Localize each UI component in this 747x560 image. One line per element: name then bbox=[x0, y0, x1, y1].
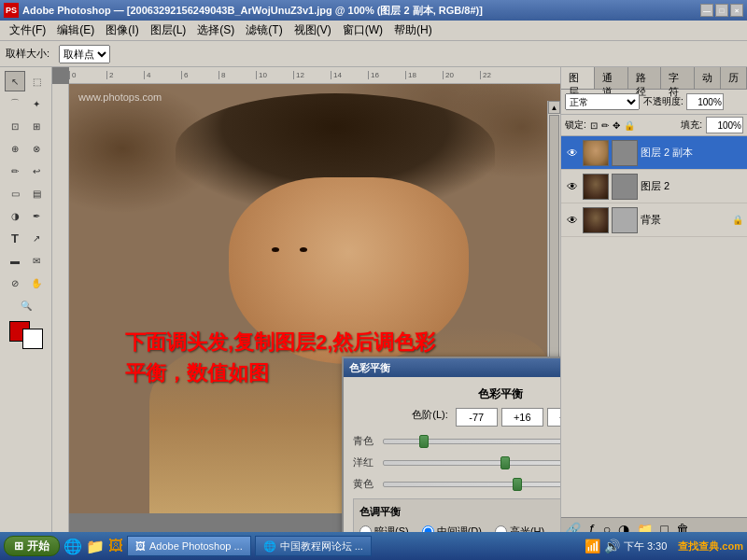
layer-item-2[interactable]: 👁 图层 2 bbox=[561, 170, 747, 203]
path-select-tool[interactable]: ↗ bbox=[26, 228, 47, 248]
tab-channels[interactable]: 通道 bbox=[595, 67, 628, 89]
yellow-label: 黄色 bbox=[353, 477, 379, 491]
lock-all-icon[interactable]: 🔒 bbox=[624, 120, 635, 131]
move-tool[interactable]: ↖ bbox=[5, 71, 25, 91]
eraser-tool[interactable]: ▭ bbox=[5, 183, 25, 203]
fill-input[interactable] bbox=[706, 117, 743, 133]
menu-file[interactable]: 文件(F) bbox=[4, 21, 51, 40]
levels-label: 色阶(L): bbox=[412, 408, 448, 427]
main-area: ↖ ⬚ ⌒ ✦ ⊡ ⊞ ⊕ ⊗ ✏ ↩ ▭ ▤ ◑ ✒ T ↗ bbox=[0, 67, 747, 539]
minimize-button[interactable]: — bbox=[700, 4, 713, 17]
notes-tool[interactable]: ✉ bbox=[26, 250, 47, 271]
taskbar-ps-icon[interactable]: 🖼 bbox=[108, 538, 123, 554]
gradient-tool[interactable]: ▤ bbox=[26, 183, 47, 203]
magic-wand-tool[interactable]: ✦ bbox=[26, 93, 47, 114]
menu-window[interactable]: 窗口(W) bbox=[337, 21, 388, 40]
level-input-1[interactable] bbox=[456, 408, 498, 427]
maximize-button[interactable]: □ bbox=[715, 4, 728, 17]
tab-layers[interactable]: 图层 bbox=[561, 67, 595, 89]
background-color[interactable] bbox=[22, 329, 43, 349]
tool-group-patch: ⊕ ⊗ bbox=[5, 138, 47, 159]
crop-tool[interactable]: ⊡ bbox=[5, 116, 25, 136]
taskbar-ie-icon[interactable]: 🌐 bbox=[63, 538, 82, 555]
cyan-red-thumb[interactable] bbox=[419, 435, 429, 448]
tab-actions[interactable]: 动 bbox=[695, 67, 721, 89]
brush-tool[interactable]: ✏ bbox=[5, 161, 25, 181]
marquee-tool[interactable]: ⬚ bbox=[26, 71, 47, 91]
layer-visibility-icon-bg[interactable]: 👁 bbox=[565, 214, 580, 227]
layer-item-bg[interactable]: 👁 背景 🔒 bbox=[561, 203, 747, 237]
lock-position-icon[interactable]: ✥ bbox=[613, 120, 620, 131]
tool-group-eraser: ▭ ▤ bbox=[5, 183, 47, 203]
layers-list: 👁 图层 2 副本 👁 图层 2 👁 bbox=[561, 136, 747, 517]
layer-item-copy[interactable]: 👁 图层 2 副本 bbox=[561, 136, 747, 170]
system-tray: 📶 🔊 下午 3:30 查找查典.com bbox=[585, 539, 743, 553]
panel-tabs: 图层 通道 路径 字符 动 历 bbox=[561, 67, 747, 90]
sample-size-select[interactable]: 取样点 bbox=[59, 45, 110, 63]
hand-tool[interactable]: ✋ bbox=[26, 273, 47, 293]
menu-filter[interactable]: 滤镜(T) bbox=[240, 21, 288, 40]
magenta-label: 洋红 bbox=[353, 455, 379, 469]
layer-lock-icon: 🔒 bbox=[732, 215, 743, 225]
menu-layer[interactable]: 图层(L) bbox=[145, 21, 192, 40]
color-balance-dialog: 色彩平衡 × 色彩平衡 色阶(L): 青色 红色 bbox=[342, 357, 560, 539]
menu-help[interactable]: 帮助(H) bbox=[388, 21, 438, 40]
magenta-green-track[interactable] bbox=[383, 460, 560, 466]
start-button[interactable]: ⊞ 开始 bbox=[4, 536, 60, 556]
dialog-body: 色彩平衡 色阶(L): 青色 红色 洋红 bbox=[344, 377, 560, 539]
pen-tool[interactable]: ✒ bbox=[26, 205, 47, 226]
blend-mode-select[interactable]: 正常 bbox=[565, 93, 640, 110]
layer-visibility-icon-2[interactable]: 👁 bbox=[565, 180, 580, 193]
start-label: 开始 bbox=[27, 539, 49, 554]
cyan-red-track[interactable] bbox=[383, 439, 560, 444]
dialog-title-bar[interactable]: 色彩平衡 × bbox=[344, 358, 560, 377]
healing-tool[interactable]: ⊕ bbox=[5, 138, 25, 159]
taskbar-forum-item[interactable]: 🌐 中国教程网论坛 ... bbox=[255, 536, 372, 556]
lock-transparency-icon[interactable]: ⊡ bbox=[590, 120, 598, 131]
tone-section-title: 色调平衡 bbox=[359, 505, 560, 519]
app-icon: PS bbox=[4, 3, 19, 18]
menu-select[interactable]: 选择(S) bbox=[191, 21, 240, 40]
tab-type[interactable]: 字符 bbox=[661, 67, 695, 89]
stamp-tool[interactable]: ⊗ bbox=[26, 138, 47, 159]
level-input-3[interactable] bbox=[547, 408, 560, 427]
lock-paint-icon[interactable]: ✏ bbox=[601, 120, 609, 131]
eyedropper-tool[interactable]: ⊘ bbox=[5, 273, 25, 293]
menu-view[interactable]: 视图(V) bbox=[289, 21, 337, 40]
color-picker[interactable] bbox=[9, 321, 43, 349]
close-button[interactable]: × bbox=[730, 4, 743, 17]
tool-group-crop: ⊡ ⊞ bbox=[5, 116, 47, 136]
taskbar-photoshop-item[interactable]: 🖼 Adobe Photoshop ... bbox=[127, 536, 251, 556]
lasso-tool[interactable]: ⌒ bbox=[5, 93, 25, 114]
tool-group-brush: ✏ ↩ bbox=[5, 161, 47, 181]
window-title: Adobe Photoshop — [20063292156249043B_Ar… bbox=[22, 4, 700, 18]
sample-size-label: 取样大小: bbox=[6, 47, 49, 61]
yellow-blue-track[interactable] bbox=[383, 482, 560, 487]
menu-image[interactable]: 图像(I) bbox=[100, 21, 144, 40]
tab-history[interactable]: 历 bbox=[721, 67, 747, 89]
dodge-tool[interactable]: ◑ bbox=[5, 205, 25, 226]
window-controls[interactable]: — □ × bbox=[700, 4, 743, 17]
history-brush-tool[interactable]: ↩ bbox=[26, 161, 47, 181]
tool-group-lasso: ⌒ ✦ bbox=[5, 93, 47, 114]
level-input-2[interactable] bbox=[501, 408, 543, 427]
scroll-up-button[interactable]: ▲ bbox=[548, 101, 560, 114]
type-tool[interactable]: T bbox=[5, 228, 25, 248]
menu-edit[interactable]: 编辑(E) bbox=[51, 21, 100, 40]
tool-group-dodge: ◑ ✒ bbox=[5, 205, 47, 226]
ruler-top: 0 2 4 6 8 10 12 14 16 18 20 22 bbox=[69, 67, 560, 84]
layer-mask-bg bbox=[612, 207, 638, 233]
magenta-green-thumb[interactable] bbox=[500, 456, 510, 469]
shape-tool[interactable]: ▬ bbox=[5, 250, 25, 271]
layer-visibility-icon-copy[interactable]: 👁 bbox=[565, 147, 580, 160]
opacity-input[interactable] bbox=[686, 93, 724, 110]
annotation-line2: 平衡，数值如图 bbox=[125, 361, 269, 385]
slice-tool[interactable]: ⊞ bbox=[26, 116, 47, 136]
tab-paths[interactable]: 路径 bbox=[628, 67, 662, 89]
taskbar-folder-icon[interactable]: 📁 bbox=[86, 538, 105, 555]
zoom-tool[interactable]: 🔍 bbox=[5, 295, 48, 315]
menu-bar: 文件(F) 编辑(E) 图像(I) 图层(L) 选择(S) 滤镜(T) 视图(V… bbox=[0, 21, 747, 41]
yellow-blue-thumb[interactable] bbox=[513, 478, 522, 491]
taskbar: ⊞ 开始 🌐 📁 🖼 🖼 Adobe Photoshop ... 🌐 中国教程网… bbox=[0, 532, 747, 560]
yellow-blue-slider-row: 黄色 蓝色 bbox=[353, 477, 560, 491]
